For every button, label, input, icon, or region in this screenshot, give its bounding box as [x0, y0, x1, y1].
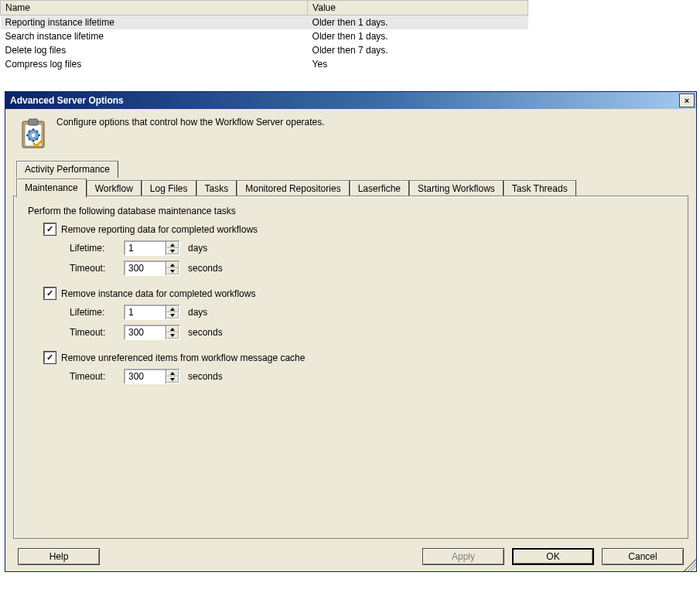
cancel-button[interactable]: Cancel	[602, 548, 684, 565]
input-instance-timeout[interactable]	[124, 325, 166, 340]
tab-maintenance[interactable]: Maintenance	[16, 179, 87, 198]
label-instance-lifetime: Lifetime:	[70, 307, 118, 318]
apply-button[interactable]: Apply	[422, 548, 504, 565]
tab-task-threads[interactable]: Task Threads	[504, 180, 576, 197]
spin-down-icon[interactable]	[166, 312, 179, 318]
unit-cache-timeout: seconds	[188, 371, 223, 382]
table-row[interactable]: Reporting instance lifetimeOlder then 1 …	[1, 15, 528, 30]
cell-name: Delete log files	[1, 43, 308, 57]
label-remove-instance: Remove instance data for completed workf…	[61, 288, 255, 299]
tab-monitored-repositories[interactable]: Monitored Repositories	[237, 180, 349, 197]
tab-row-upper: Activity Performance	[13, 160, 688, 177]
spin-up-icon[interactable]	[166, 306, 179, 312]
unit-reporting-lifetime: days	[188, 243, 207, 254]
label-instance-timeout: Timeout:	[70, 327, 118, 338]
tab-activity-performance[interactable]: Activity Performance	[16, 161, 118, 178]
label-cache-timeout: Timeout:	[70, 371, 118, 382]
input-reporting-timeout[interactable]	[124, 261, 166, 276]
spin-down-icon[interactable]	[166, 248, 179, 254]
dialog-hint: Configure options that control how the W…	[56, 117, 325, 128]
ok-button[interactable]: OK	[512, 548, 594, 565]
checkbox-remove-reporting[interactable]: ✓	[43, 223, 56, 236]
tab-starting-workflows[interactable]: Starting Workflows	[409, 180, 504, 197]
spin-up-icon[interactable]	[166, 262, 179, 268]
tab-log-files[interactable]: Log Files	[142, 180, 196, 197]
title-bar[interactable]: Advanced Server Options ×	[5, 92, 696, 109]
cell-name: Compress log files	[1, 57, 308, 71]
tab-page-maintenance: Perform the following database maintenan…	[13, 196, 688, 539]
unit-instance-timeout: seconds	[188, 327, 223, 338]
resize-grip-icon[interactable]	[684, 559, 696, 571]
maintenance-heading: Perform the following database maintenan…	[28, 206, 675, 216]
tab-laserfiche[interactable]: Laserfiche	[350, 180, 409, 197]
table-row[interactable]: Search instance lifetimeOlder then 1 day…	[1, 29, 528, 43]
advanced-server-options-dialog: Advanced Server Options × Configure o	[5, 91, 697, 572]
label-reporting-timeout: Timeout:	[70, 263, 118, 274]
close-icon[interactable]: ×	[679, 94, 695, 107]
input-cache-timeout[interactable]	[124, 369, 166, 384]
col-name[interactable]: Name	[1, 1, 308, 15]
table-row[interactable]: Delete log filesOlder then 7 days.	[1, 43, 528, 57]
checkbox-remove-cache[interactable]: ✓	[43, 351, 56, 364]
unit-instance-lifetime: days	[188, 307, 207, 318]
svg-rect-2	[29, 119, 38, 125]
tab-tasks[interactable]: Tasks	[196, 180, 237, 197]
cell-value: Older then 1 days.	[308, 29, 528, 43]
help-button[interactable]: Help	[18, 548, 100, 565]
unit-reporting-timeout: seconds	[188, 263, 223, 274]
label-reporting-lifetime: Lifetime:	[70, 243, 118, 254]
label-remove-cache: Remove unreferenced items from workflow …	[61, 352, 305, 363]
table-row[interactable]: Compress log filesYes	[1, 57, 528, 71]
background-properties-table: Name Value Reporting instance lifetimeOl…	[0, 0, 528, 71]
tab-row-main: MaintenanceWorkflowLog FilesTasksMonitor…	[13, 177, 688, 196]
tab-workflow[interactable]: Workflow	[87, 180, 142, 197]
spin-up-icon[interactable]	[166, 370, 179, 376]
spin-down-icon[interactable]	[166, 332, 179, 339]
cell-value: Yes	[308, 57, 528, 71]
cell-name: Search instance lifetime	[1, 29, 308, 43]
input-instance-lifetime[interactable]	[124, 305, 166, 320]
cell-name: Reporting instance lifetime	[1, 15, 308, 30]
spin-down-icon[interactable]	[166, 376, 179, 383]
col-value[interactable]: Value	[308, 1, 528, 15]
gear-clipboard-icon	[18, 117, 49, 151]
cell-value: Older then 1 days.	[308, 15, 528, 30]
dialog-title: Advanced Server Options	[10, 92, 678, 109]
spin-up-icon[interactable]	[166, 242, 179, 248]
svg-point-4	[32, 134, 36, 138]
spin-up-icon[interactable]	[166, 326, 179, 332]
checkbox-remove-instance[interactable]: ✓	[43, 287, 56, 300]
cell-value: Older then 7 days.	[308, 43, 528, 57]
label-remove-reporting: Remove reporting data for completed work…	[61, 224, 258, 235]
spin-down-icon[interactable]	[166, 268, 179, 274]
input-reporting-lifetime[interactable]	[124, 240, 166, 256]
